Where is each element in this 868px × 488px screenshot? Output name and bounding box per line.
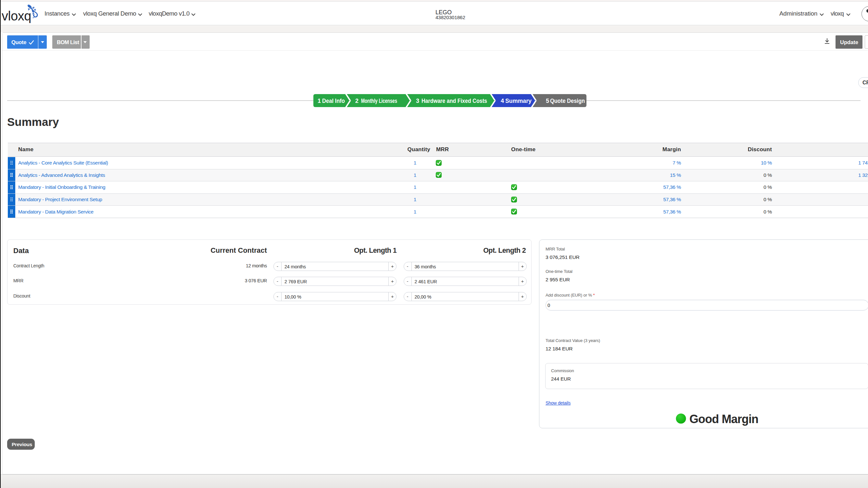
svg-text:Quote Design: Quote Design: [550, 98, 585, 104]
svg-text:Summary: Summary: [505, 98, 532, 104]
svg-text:2: 2: [355, 98, 359, 104]
svg-text:Deal Info: Deal Info: [322, 98, 345, 104]
svg-text:Monthly Licenses: Monthly Licenses: [361, 98, 397, 104]
svg-text:5: 5: [546, 98, 549, 104]
svg-text:1: 1: [318, 98, 321, 104]
svg-text:3: 3: [416, 98, 419, 104]
svg-text:4: 4: [501, 98, 504, 104]
svg-text:Hardware and Fixed Costs: Hardware and Fixed Costs: [422, 98, 487, 104]
